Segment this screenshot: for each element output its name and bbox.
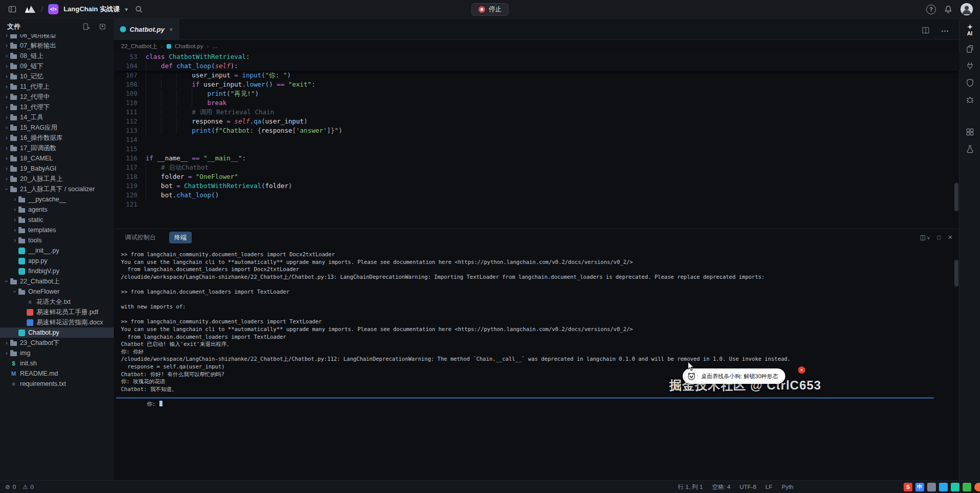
code-line-117[interactable]: 117 # 启动Chatbot — [114, 163, 959, 172]
code-line-118[interactable]: 118 folder = "OneFlower" — [114, 172, 959, 181]
tree-file-app.py[interactable]: app.py — [0, 256, 114, 266]
more-actions-icon[interactable]: … — [939, 23, 951, 35]
tree-folder-18_CAMEL[interactable]: ›18_CAMEL — [0, 153, 114, 163]
code-line-121[interactable]: 121 — [114, 200, 959, 209]
code-line-119[interactable]: 119 bot = ChatbotWithRetrieval(folder) — [114, 181, 959, 191]
stop-button[interactable]: 停止 — [472, 3, 509, 16]
tab-terminal[interactable]: 终端 — [169, 232, 192, 243]
sogou-tray-icon[interactable]: S — [904, 483, 912, 491]
tree-folder-19_BabyAGI[interactable]: ›19_BabyAGI — [0, 163, 114, 174]
tree-file-易速鲜花员工手册.pdf[interactable]: 易速鲜花员工手册.pdf — [0, 307, 114, 317]
shield-icon[interactable] — [966, 78, 974, 87]
tree-file-Chatbot.py[interactable]: Chatbot.py — [0, 327, 114, 338]
code-line-114[interactable]: 114 — [114, 135, 959, 145]
problems-indicator[interactable]: ⊘ 0 ⚠ 0 — [0, 483, 38, 490]
tree-folder-14_工具[interactable]: ›14_工具 — [0, 112, 114, 122]
user-avatar[interactable] — [961, 3, 973, 15]
extensions-grid-icon[interactable] — [966, 128, 974, 136]
notify-tray-icon[interactable] — [974, 483, 980, 491]
code-editor[interactable]: 53class ChatbotWithRetrieval:104 def cha… — [114, 52, 959, 229]
tree-folder-11_代理上[interactable]: ›11_代理上 — [0, 81, 114, 92]
tree-folder-__pycache__[interactable]: ›__pycache__ — [0, 194, 114, 204]
code-line-110[interactable]: 110 break — [114, 98, 959, 108]
terminal-hscrollbar[interactable] — [116, 397, 934, 399]
terminal[interactable]: >> from langchain_community.document_loa… — [114, 245, 959, 481]
tree-folder-img[interactable]: ›img — [0, 348, 114, 358]
sidebar-toggle-icon[interactable] — [6, 3, 18, 15]
tree-folder-templates[interactable]: ›templates — [0, 225, 114, 235]
tree-folder-23_Chatbot下[interactable]: ›23_Chatbot下 — [0, 338, 114, 348]
tree-file-README.md[interactable]: MREADME.md — [0, 368, 114, 379]
code-line-111[interactable]: 111 # 调用 Retrieval Chain — [114, 108, 959, 117]
tree-folder-22_Chatbot上[interactable]: ›22_Chatbot上 — [0, 276, 114, 286]
tree-folder-OneFlower[interactable]: ›OneFlower — [0, 286, 114, 297]
tree-folder-agents[interactable]: ›agents — [0, 204, 114, 215]
status-language-mode[interactable]: Pyth — [782, 484, 793, 490]
tree-folder-tools[interactable]: ›tools — [0, 235, 114, 245]
code-line-115[interactable]: 115 — [114, 145, 959, 154]
tree-folder-16_操作数据库[interactable]: ›16_操作数据库 — [0, 133, 114, 143]
meeting-tray-icon[interactable] — [951, 483, 959, 491]
code-line-53[interactable]: 53class ChatbotWithRetrieval: — [114, 52, 959, 61]
code-line-104[interactable]: 104 def chat_loop(self): — [114, 61, 959, 71]
wechat-tray-icon[interactable] — [963, 483, 971, 491]
workspace-caret-icon[interactable]: ▾ — [125, 6, 128, 13]
plug-icon[interactable] — [966, 61, 974, 70]
breadcrumb-folder[interactable]: 22_Chatbot上 — [121, 43, 157, 50]
code-line-112[interactable]: 112 response = self.qa(user_input) — [114, 117, 959, 126]
bell-icon[interactable] — [942, 3, 954, 15]
tree-folder-20_人脉工具上[interactable]: ›20_人脉工具上 — [0, 174, 114, 184]
mic-tray-icon[interactable] — [927, 483, 936, 491]
tab-chatbot-py[interactable]: Chatbot.py × — [114, 19, 179, 39]
status-encoding[interactable]: UTF-8 — [740, 484, 757, 490]
tree-file-findbigV.py[interactable]: findbigV.py — [0, 266, 114, 276]
close-popup-badge[interactable]: × — [798, 366, 805, 374]
terminal-scrollbar[interactable] — [954, 260, 958, 286]
terminal-input-line[interactable]: 你: — [121, 393, 959, 400]
code-line-109[interactable]: 109 print("再见!") — [114, 89, 959, 98]
tree-file-花语大全.txt[interactable]: ≡花语大全.txt — [0, 297, 114, 307]
breadcrumb-symbol[interactable]: ... — [212, 43, 217, 49]
dog-widget-popup[interactable]: 桌面养线条小狗: 解锁30种形态 — [683, 368, 785, 384]
split-editor-icon[interactable]: ◫ — [920, 23, 932, 35]
tree-folder-15_RAG应用[interactable]: ›15_RAG应用 — [0, 122, 114, 133]
copy-icon[interactable] — [966, 45, 974, 53]
help-icon[interactable]: ? — [926, 5, 936, 14]
tree-file-requirements.txt[interactable]: ≡requirements.txt — [0, 379, 114, 389]
status-indentation[interactable]: 空格: 4 — [712, 483, 730, 491]
ai-assistant-button[interactable]: AI — [967, 24, 973, 36]
tab-debug-console[interactable]: 调试控制台 — [121, 232, 160, 243]
tree-folder-17_回调函数[interactable]: ›17_回调函数 — [0, 143, 114, 153]
flask-icon[interactable] — [966, 145, 974, 153]
code-line-116[interactable]: 116if __name__ == "__main__": — [114, 154, 959, 163]
tree-folder-07_解析输出[interactable]: ›07_解析输出 — [0, 40, 114, 51]
code-line-108[interactable]: 108 if user_input.lower() == "exit": — [114, 80, 959, 89]
editor-scrollbar[interactable] — [954, 183, 958, 211]
status-cursor-position[interactable]: 行 1, 列 1 — [678, 483, 703, 491]
tree-folder-09_链下[interactable]: ›09_链下 — [0, 61, 114, 71]
code-line-120[interactable]: 120 bot.chat_loop() — [114, 191, 959, 200]
status-eol[interactable]: LF — [766, 484, 772, 490]
tree-folder-10_记忆[interactable]: ›10_记忆 — [0, 71, 114, 81]
new-file-icon[interactable] — [80, 20, 92, 33]
close-tab-icon[interactable]: × — [169, 26, 173, 33]
tree-folder-06_调用模型[interactable]: ›06_调用模型 — [0, 34, 114, 40]
ime-tray-icon[interactable]: 中 — [915, 483, 924, 491]
close-panel-icon[interactable]: × — [948, 233, 952, 241]
code-line-107[interactable]: 107 user_input = input("你: ") — [114, 71, 959, 80]
workspace-name[interactable]: LangChain 实战课 — [64, 5, 120, 14]
collapse-folders-icon[interactable] — [96, 20, 109, 33]
tree-file-易速鲜花运营指南.docx[interactable]: 易速鲜花运营指南.docx — [0, 317, 114, 327]
bug-icon[interactable] — [966, 95, 974, 104]
tree-folder-12_代理中[interactable]: ›12_代理中 — [0, 92, 114, 102]
breadcrumb-file[interactable]: Chatbot.py — [175, 43, 203, 49]
tree-file-init.sh[interactable]: $init.sh — [0, 358, 114, 368]
split-terminal-icon[interactable]: ◫∨ — [920, 234, 930, 241]
tree-folder-static[interactable]: ›static — [0, 215, 114, 225]
search-icon[interactable] — [133, 3, 145, 15]
maximize-panel-icon[interactable]: □ — [937, 234, 941, 241]
tree-folder-08_链上[interactable]: ›08_链上 — [0, 51, 114, 61]
tree-folder-21_人脉工具下 / socializer[interactable]: ›21_人脉工具下 / socializer — [0, 184, 114, 194]
tree-file-__init__.py[interactable]: __init__.py — [0, 245, 114, 256]
docs-tray-icon[interactable] — [939, 483, 948, 491]
